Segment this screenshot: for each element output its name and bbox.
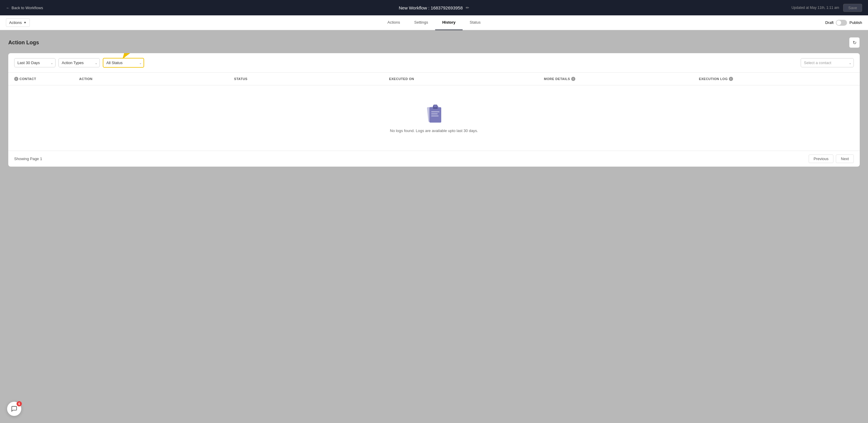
th-executed-on-label: EXECUTED ON bbox=[389, 77, 414, 81]
section-header: Action Logs ↻ bbox=[8, 37, 860, 48]
th-contact-label: CONTACT bbox=[20, 77, 36, 81]
edit-icon[interactable]: ✏ bbox=[466, 5, 469, 10]
th-more-details: MORE DETAILS i bbox=[544, 77, 699, 81]
svg-rect-5 bbox=[431, 111, 439, 112]
refresh-icon: ↻ bbox=[852, 40, 857, 46]
action-logs-container: Last 30 Days Last 7 Days Last 90 Days ⌄ … bbox=[8, 53, 860, 167]
execution-log-info-icon[interactable]: i bbox=[729, 77, 733, 81]
actions-dropdown-label: Actions bbox=[9, 20, 22, 25]
top-right-area: Updated at May 11th, 1:11 am Save bbox=[792, 4, 862, 12]
th-more-details-label: MORE DETAILS bbox=[544, 77, 570, 81]
workflow-title-text: New Workflow : 1683792693958 bbox=[399, 5, 463, 10]
workflow-title-area: New Workflow : 1683792693958 ✏ bbox=[399, 5, 469, 10]
action-types-select[interactable]: Action Types All Types bbox=[59, 58, 100, 67]
tab-settings[interactable]: Settings bbox=[407, 16, 435, 30]
contact-filter-wrap: Select a contact ⌄ bbox=[801, 58, 854, 67]
nav-tabs: Actions Settings History Status bbox=[380, 16, 488, 30]
th-contact: i CONTACT bbox=[14, 77, 79, 81]
refresh-button[interactable]: ↻ bbox=[849, 37, 860, 48]
back-label: Back to Workflows bbox=[11, 6, 43, 10]
status-select[interactable]: All Status Success Failed Pending bbox=[103, 58, 144, 68]
showing-page-label: Showing Page 1 bbox=[14, 156, 42, 161]
th-status-label: STATUS bbox=[234, 77, 247, 81]
svg-rect-2 bbox=[429, 107, 441, 123]
draft-publish-toggle[interactable] bbox=[836, 20, 847, 26]
svg-rect-7 bbox=[431, 116, 439, 116]
draft-publish-area: Draft Publish bbox=[825, 20, 862, 26]
publish-label: Publish bbox=[849, 20, 862, 25]
status-filter-wrap: All Status Success Failed Pending ⌄ bbox=[103, 58, 144, 68]
th-executed-on: EXECUTED ON bbox=[389, 77, 544, 81]
svg-rect-4 bbox=[434, 105, 437, 107]
save-button[interactable]: Save bbox=[843, 4, 862, 12]
empty-state: No logs found. Logs are available upto l… bbox=[8, 85, 860, 151]
tab-actions[interactable]: Actions bbox=[380, 16, 407, 30]
more-details-info-icon[interactable]: i bbox=[571, 77, 575, 81]
chat-widget[interactable]: 6 bbox=[7, 402, 21, 416]
action-types-filter-wrap: Action Types All Types ⌄ bbox=[59, 58, 100, 67]
page-content: Action Logs ↻ Last 30 Days Last 7 Days L… bbox=[0, 30, 868, 423]
th-execution-log-label: EXECUTION LOG bbox=[699, 77, 728, 81]
back-to-workflows-link[interactable]: ← Back to Workflows bbox=[6, 6, 43, 10]
top-bar: ← Back to Workflows New Workflow : 16837… bbox=[0, 0, 868, 16]
chat-badge: 6 bbox=[17, 401, 22, 406]
updated-text: Updated at May 11th, 1:11 am bbox=[792, 6, 839, 10]
th-action: ACTION bbox=[79, 77, 234, 81]
draft-label: Draft bbox=[825, 20, 833, 25]
pagination-buttons: Previous Next bbox=[809, 154, 854, 163]
empty-clipboard-icon bbox=[425, 103, 443, 124]
actions-dropdown[interactable]: Actions ▼ bbox=[6, 18, 30, 27]
table-footer: Showing Page 1 Previous Next bbox=[8, 151, 860, 167]
tab-status[interactable]: Status bbox=[463, 16, 488, 30]
th-execution-log: EXECUTION LOG i bbox=[699, 77, 854, 81]
svg-rect-6 bbox=[431, 114, 438, 114]
next-button[interactable]: Next bbox=[836, 154, 854, 163]
table-header: i CONTACT ACTION STATUS EXECUTED ON MORE… bbox=[8, 73, 860, 85]
th-action-label: ACTION bbox=[79, 77, 92, 81]
back-arrow-icon: ← bbox=[6, 6, 10, 10]
date-range-filter-wrap: Last 30 Days Last 7 Days Last 90 Days ⌄ bbox=[14, 58, 56, 67]
chat-icon bbox=[11, 405, 18, 412]
contact-select[interactable]: Select a contact bbox=[801, 58, 854, 67]
toggle-thumb bbox=[836, 20, 841, 25]
previous-button[interactable]: Previous bbox=[809, 154, 834, 163]
secondary-nav: Actions ▼ Actions Settings History Statu… bbox=[0, 16, 868, 30]
actions-dropdown-chevron-icon: ▼ bbox=[24, 21, 27, 24]
section-title: Action Logs bbox=[8, 39, 39, 46]
empty-message: No logs found. Logs are available upto l… bbox=[390, 128, 478, 133]
date-range-select[interactable]: Last 30 Days Last 7 Days Last 90 Days bbox=[14, 58, 56, 67]
tab-history[interactable]: History bbox=[435, 16, 463, 30]
contact-info-icon[interactable]: i bbox=[14, 77, 18, 81]
th-status: STATUS bbox=[234, 77, 389, 81]
